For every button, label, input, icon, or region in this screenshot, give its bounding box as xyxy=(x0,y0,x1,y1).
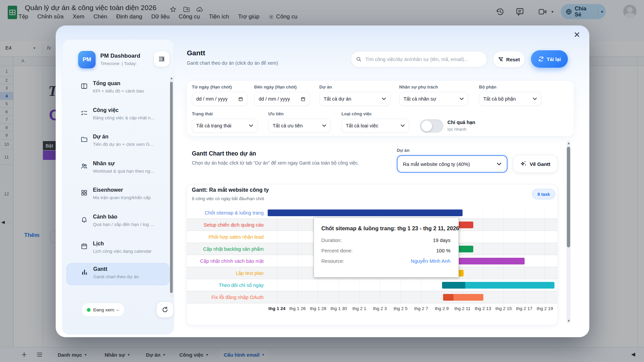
filter-select-r1-3[interactable]: Tất cả dự án xyxy=(319,92,390,106)
sidebar-item-subtitle: Quá hạn / sắp đến hạn / log … xyxy=(93,222,155,227)
tooltip-rows: Duration:19 daysPercent done:100 %Resour… xyxy=(321,237,450,264)
filter-date-input-r1-2[interactable]: dd / mm / yyyy xyxy=(254,92,310,106)
gantt-task-label[interactable]: Cập nhật backlog sản phẩm xyxy=(187,243,264,255)
close-icon[interactable]: ✕ xyxy=(570,28,584,42)
tooltip-value: 100 % xyxy=(436,248,450,253)
task-count-badge: 8 task xyxy=(532,189,555,199)
filter-label-r2-2: Ưu tiên xyxy=(268,111,283,116)
gantt-bar-1[interactable] xyxy=(268,209,463,216)
gantt-gridline xyxy=(277,207,277,303)
filter-select-r2-1[interactable]: Tất cả trạng thái xyxy=(192,119,258,133)
search-input[interactable] xyxy=(365,56,482,62)
filter-select-r2-2[interactable]: Tất cả ưu tiên xyxy=(268,119,331,133)
gantt-bar-5[interactable] xyxy=(456,258,525,264)
tooltip-row-2: Percent done:100 % xyxy=(321,248,450,253)
sidebar-scrollbar-thumb[interactable] xyxy=(170,82,173,293)
sidebar-item-title: Công việc xyxy=(93,107,118,113)
sidebar-item-4[interactable]: Nhân sựWorkload & quá hạn theo ng… xyxy=(66,158,170,180)
viewing-status: Đang xem: – xyxy=(81,303,125,317)
chevron-down-icon xyxy=(497,163,501,166)
overdue-toggle[interactable] xyxy=(420,119,443,133)
filter-select-r1-5[interactable]: Tất cả bộ phận xyxy=(479,92,541,106)
filter-label-r1-1: Từ ngày (Hạn chót) xyxy=(192,84,232,89)
filter-select-r1-4[interactable]: Tất cả nhân sự xyxy=(399,92,468,106)
sidebar-item-subtitle: Lịch công việc dạng calendar xyxy=(93,249,152,254)
reload-button[interactable]: Tải lại xyxy=(531,50,568,68)
gantt-task-label[interactable]: Setup chiến dịch quảng cáo xyxy=(187,219,264,231)
tooltip-title: Chốt sitemap & luồng trang: thg 1 23 - t… xyxy=(321,225,450,232)
gantt-bar-8[interactable] xyxy=(443,294,483,301)
gantt-bar-done xyxy=(443,294,453,301)
filter-select-r2-3[interactable]: Tất cả loại việc xyxy=(341,119,409,133)
reset-button[interactable]: Reset xyxy=(493,51,525,67)
gantt-tooltip: Chốt sitemap & luồng trang: thg 1 23 - t… xyxy=(314,218,459,278)
gantt-axis-label: thg 2 19 xyxy=(532,306,557,311)
gantt-task-label[interactable]: Fix lỗi đăng nhập OAuth xyxy=(187,291,264,303)
gantt-gridline xyxy=(503,207,504,303)
gantt-bar-7[interactable] xyxy=(442,282,554,289)
filter-label-r1-4: Nhân sự phụ trách xyxy=(399,84,438,89)
sidebar-item-subtitle: Ma trận quan trọng/khẩn cấp xyxy=(93,195,151,200)
sidebar-item-title: Tổng quan xyxy=(93,80,120,86)
chevron-down-icon xyxy=(322,124,326,127)
sidebar-item-subtitle: Gantt chart theo dự án xyxy=(93,274,139,279)
sidebar-item-5[interactable]: EisenhowerMa trận quan trọng/khẩn cấp xyxy=(66,184,170,206)
project-select[interactable]: Ra mắt website công ty (40%) xyxy=(397,155,507,173)
sidebar-collapse-button[interactable] xyxy=(154,51,169,67)
filter-date-input-r1-1[interactable]: dd / mm / yyyy xyxy=(192,92,248,106)
sidebar-item-title: Gantt xyxy=(93,266,107,272)
page-title: Gantt xyxy=(187,49,205,57)
folder-icon xyxy=(80,136,88,143)
filter-label-r2-3: Loại công việc xyxy=(341,111,372,116)
bar-chart-icon xyxy=(81,268,88,276)
sidebar-item-6[interactable]: Cảnh báoQuá hạn / sắp đến hạn / log … xyxy=(66,211,170,233)
sidebar-item-8[interactable]: GanttGantt chart theo dự án xyxy=(66,263,170,285)
people-icon xyxy=(80,163,88,170)
gantt-gridline xyxy=(545,207,545,303)
sidebar-item-1[interactable]: Tổng quanKPI + biểu đồ + cảnh báo xyxy=(66,78,170,100)
sidebar-item-7[interactable]: LịchLịch công việc dạng calendar xyxy=(66,238,170,260)
sidebar-item-2[interactable]: Công việcBảng công việc & cập nhật n… xyxy=(66,105,170,127)
chevron-down-icon xyxy=(533,98,537,100)
gantt-row-8[interactable]: Fix lỗi đăng nhập OAuth xyxy=(187,291,557,303)
gantt-task-label[interactable]: Phối hợp sales nhận lead xyxy=(187,231,264,243)
chevron-down-icon xyxy=(400,124,405,127)
bell-icon xyxy=(80,216,88,223)
sidebar-refresh-button[interactable] xyxy=(157,302,173,317)
filter-label-r1-3: Dự án xyxy=(319,84,332,89)
resource-link[interactable]: Nguyễn Minh Anh xyxy=(411,258,450,264)
gantt-card-title: Gantt: Ra mắt website công ty xyxy=(192,187,269,193)
main-scroll-down-icon[interactable]: ▼ xyxy=(567,319,570,322)
sidebar-item-title: Lịch xyxy=(93,241,104,247)
chevron-down-icon xyxy=(460,98,464,100)
sidebar-item-title: Nhân sự xyxy=(93,161,115,167)
toggle-subtitle: lọc nhanh xyxy=(447,127,466,132)
search-bar[interactable] xyxy=(351,51,487,67)
filter-label-r2-1: Trạng thái xyxy=(192,111,213,116)
columns-icon xyxy=(80,82,88,90)
sidebar-item-subtitle: KPI + biểu đồ + cảnh báo xyxy=(93,88,144,94)
gantt-task-label[interactable]: Theo dõi chỉ số ngày xyxy=(187,279,264,291)
gantt-bar-done xyxy=(442,282,465,289)
chevron-down-icon xyxy=(382,98,386,100)
pm-dashboard-modal: ✕ PM PM Dashboard Timezone: | Today: ▲ Đ… xyxy=(56,25,589,337)
gantt-task-label[interactable]: Lập test plan xyxy=(187,267,264,279)
main-scrollbar-thumb[interactable] xyxy=(567,147,570,247)
tooltip-row-1: Duration:19 days xyxy=(321,237,450,243)
calendar-icon xyxy=(238,97,243,102)
sidebar-scroll-up-icon[interactable]: ▲ xyxy=(170,76,173,80)
refresh-icon xyxy=(161,306,169,313)
grid-icon xyxy=(80,189,88,196)
sidebar-item-3[interactable]: Dự ánTiến độ dự án + click xem G… xyxy=(66,131,170,153)
gantt-task-label[interactable]: Chốt sitemap & luồng trang xyxy=(187,207,264,219)
sparkle-icon xyxy=(520,161,527,167)
project-select-label: Dự án xyxy=(397,148,410,153)
sidebar-subtitle: Timezone: | Today: xyxy=(100,61,137,66)
filter-off-icon xyxy=(498,56,504,62)
filter-label-r1-2: Đến ngày (Hạn chót) xyxy=(254,84,297,89)
main-scroll-up-icon[interactable]: ▲ xyxy=(567,141,570,145)
gantt-section-title: Gantt Chart theo dự án xyxy=(192,150,256,157)
draw-gantt-button[interactable]: Vẽ Gantt xyxy=(513,155,558,173)
gantt-task-label[interactable]: Cập nhật chính sách bảo mật xyxy=(187,255,264,267)
chevron-down-icon xyxy=(249,124,253,127)
